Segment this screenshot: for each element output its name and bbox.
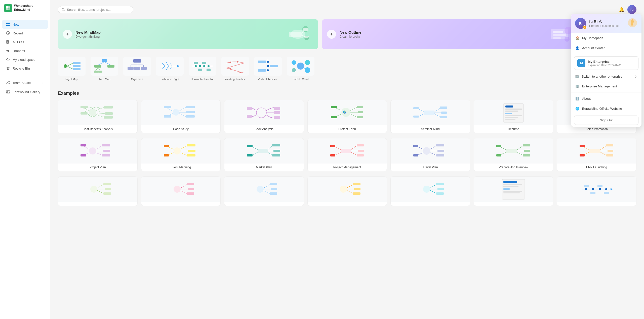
sign-out-button[interactable]: Sign Out	[574, 116, 638, 125]
svg-rect-203	[436, 183, 444, 185]
example-row3-4[interactable]	[307, 176, 387, 206]
new-icon	[6, 22, 10, 26]
dropdown-user-info: fu Ri 么 Personal business user	[589, 19, 621, 28]
outline-plus-icon: +	[327, 30, 336, 39]
recent-icon	[6, 31, 10, 35]
svg-rect-173	[413, 154, 418, 156]
example-row3-6[interactable]	[474, 176, 553, 206]
example-travel-plan[interactable]: Travel Plan	[390, 138, 470, 171]
svg-rect-120	[357, 116, 363, 118]
template-tree-map[interactable]: Tree Map	[91, 57, 118, 81]
svg-point-66	[199, 65, 201, 67]
search-bar[interactable]	[58, 6, 133, 13]
templates-row: Right Map Tree Map	[58, 57, 636, 83]
dropdown-enterprise-mgmt[interactable]: 🏢 Enterprise Management	[571, 81, 641, 91]
example-book-analysis[interactable]: Book Analysis	[224, 100, 304, 133]
svg-rect-104	[80, 112, 88, 115]
new-outline-card[interactable]: + New Outline Clear hierarchy	[322, 19, 582, 49]
example-prepare-job-interview[interactable]: Prepare Job Interview	[474, 138, 553, 171]
dropdown-name: fu Ri 么	[589, 19, 621, 24]
sidebar-item-all-files[interactable]: All Files	[2, 38, 48, 46]
template-org-chart[interactable]: Org Chart	[123, 57, 151, 81]
gallery-label: EdrawMind Gallery	[13, 90, 40, 94]
user-avatar-button[interactable]: fu	[627, 5, 636, 14]
header: 🔔 fu	[58, 5, 636, 14]
svg-rect-177	[523, 154, 530, 156]
svg-rect-162	[341, 149, 351, 153]
svg-rect-107	[186, 111, 195, 113]
row3-5-label	[391, 202, 470, 206]
example-resume[interactable]: Resume	[474, 100, 553, 133]
example-erp-launching[interactable]: ERP Launching	[557, 138, 636, 171]
sidebar-item-new[interactable]: New	[2, 20, 48, 29]
example-row3-7[interactable]	[557, 176, 636, 206]
svg-rect-109	[164, 106, 171, 108]
example-project-management[interactable]: Project Management	[307, 138, 387, 171]
dropdown-website[interactable]: 🌐 EdrawMind Official Website	[571, 103, 641, 114]
new-mindmap-card[interactable]: + New MindMap Divergent thinking	[58, 19, 318, 49]
example-market-plan[interactable]: Market Plan	[224, 138, 304, 171]
examples-row-2: Project Plan Event Planning	[58, 138, 636, 171]
sidebar-item-cloud[interactable]: My cloud space	[2, 55, 48, 64]
book-analysis-preview	[224, 100, 304, 125]
svg-rect-161	[247, 154, 253, 156]
dropdown-account[interactable]: 👤 Account Center	[571, 43, 641, 53]
dropdown-about[interactable]: ℹ️ About	[571, 93, 641, 103]
search-input[interactable]	[67, 8, 130, 12]
sidebar-item-dropbox[interactable]: Dropbox	[2, 46, 48, 55]
svg-line-39	[98, 62, 104, 65]
svg-line-91	[296, 68, 298, 69]
sidebar-item-recent[interactable]: Recent	[2, 29, 48, 37]
example-event-planning[interactable]: Event Planning	[141, 138, 221, 171]
notification-bell-button[interactable]: 🔔	[619, 7, 624, 12]
main-content: 🔔 fu + New MindMap Divergent thinking	[50, 0, 644, 319]
travel-plan-label: Travel Plan	[391, 164, 470, 171]
row3-1-preview	[58, 177, 137, 202]
example-row3-1[interactable]	[58, 176, 138, 206]
example-row3-5[interactable]	[390, 176, 470, 206]
example-protect-earth[interactable]: 🌍 Protect Earth	[307, 100, 387, 133]
template-winding-timeline[interactable]: Winding Timeline	[221, 57, 249, 81]
account-icon: 👤	[575, 46, 580, 50]
outline-text: New Outline Clear hierarchy	[340, 30, 361, 38]
template-fishbone-right[interactable]: Fishbone Right	[156, 57, 184, 81]
dropdown-homepage[interactable]: 🏠 My Homepage	[571, 33, 641, 43]
svg-rect-116	[247, 115, 252, 118]
switch-enterprise-item[interactable]: 🏢 Switch to another enterprise	[571, 72, 641, 81]
example-project-plan[interactable]: Project Plan	[58, 138, 138, 171]
sidebar-item-team-space[interactable]: Team Space +	[2, 78, 48, 87]
svg-line-59	[166, 62, 169, 66]
template-horizontal-timeline[interactable]: Horizontal Timeline	[189, 57, 216, 81]
add-team-icon[interactable]: +	[42, 81, 44, 85]
template-winding-label: Winding Timeline	[225, 78, 246, 81]
svg-rect-201	[353, 192, 360, 195]
resume-preview	[474, 100, 553, 125]
template-right-map[interactable]: Right Map	[58, 57, 86, 81]
template-bubble-chart[interactable]: Bubble Chart	[287, 57, 314, 81]
mindmap-illustration	[278, 19, 318, 49]
example-seminar-mind[interactable]: Seminar Mind	[390, 100, 470, 133]
svg-rect-46	[98, 71, 102, 73]
project-management-label: Project Management	[308, 164, 387, 171]
prepare-job-label: Prepare Job Interview	[474, 164, 553, 171]
example-row3-2[interactable]	[141, 176, 221, 206]
svg-rect-69	[194, 62, 198, 64]
row3-1-label	[58, 202, 137, 206]
sidebar-item-gallery[interactable]: EdrawMind Gallery	[2, 88, 48, 96]
svg-rect-129	[413, 116, 419, 118]
svg-point-68	[208, 65, 210, 67]
svg-line-97	[96, 115, 104, 117]
sidebar-navigation: New Recent All Files Dropbox My cloud sp…	[0, 17, 50, 319]
example-cost-benefits[interactable]: Cost-Benefits Analysis	[58, 100, 138, 133]
seminar-mind-label: Seminar Mind	[391, 125, 470, 133]
tree-map-diagram	[91, 57, 118, 76]
sidebar-item-recycle[interactable]: Recycle Bin	[2, 64, 48, 73]
svg-rect-205	[436, 192, 444, 195]
example-case-study[interactable]: Case Study	[141, 100, 221, 133]
template-vertical-timeline[interactable]: Vertical Timeline	[254, 57, 282, 81]
example-row3-3[interactable]	[224, 176, 304, 206]
template-tree-map-label: Tree Map	[99, 78, 110, 81]
svg-rect-1	[8, 6, 10, 8]
svg-point-217	[599, 188, 601, 190]
svg-rect-121	[331, 106, 337, 108]
